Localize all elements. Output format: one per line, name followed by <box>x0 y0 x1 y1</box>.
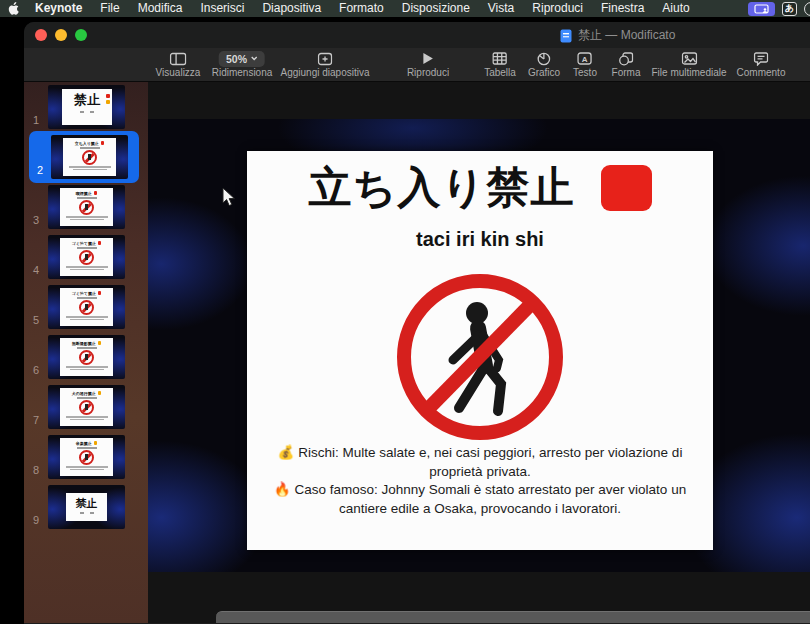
view-sidebar-icon <box>156 50 201 67</box>
menu-item-finestra[interactable]: Finestra <box>592 1 653 15</box>
slide-number: 1 <box>24 85 48 129</box>
slide-card[interactable]: 立ち入り禁止 taci iri kin shi <box>247 151 713 550</box>
slide-thumb-preview: 犬の通行禁止 <box>48 385 125 429</box>
comment-icon <box>737 50 786 67</box>
add-slide-icon <box>281 50 370 67</box>
toolbar-ridimensiona-button[interactable]: 50% Ridimensiona <box>212 50 273 78</box>
slide-thumbnail-6[interactable]: 6無断撮影禁止 <box>24 335 148 379</box>
slide-number: 2 <box>29 135 51 179</box>
slide-number: 6 <box>24 335 48 379</box>
document-title: 禁止 — Modificato <box>560 27 675 44</box>
toolbar-testo-button[interactable]: A Testo <box>573 50 597 78</box>
mouse-cursor <box>222 187 236 207</box>
toolbar-grafico-button[interactable]: Grafico <box>528 50 560 78</box>
toolbar: Visualizza 50% Ridimensiona Aggiungi dia… <box>24 48 810 82</box>
slide-thumbnail-1[interactable]: 1禁止 <box>24 85 148 129</box>
slide-number: 5 <box>24 285 48 329</box>
notes-divider[interactable] <box>216 611 810 623</box>
slide-thumbnail-list: 1禁止2立ち入り禁止3喫煙禁止4ゴミ捨て禁止5ゴミ捨て禁止6無断撮影禁止7犬の通… <box>24 82 148 529</box>
zoom-button[interactable] <box>75 29 87 41</box>
mini-prohibition-icon <box>79 450 94 465</box>
slide-navigator: 1禁止2立ち入り禁止3喫煙禁止4ゴミ捨て禁止5ゴミ捨て禁止6無断撮影禁止7犬の通… <box>24 82 148 623</box>
slide-thumbnail-9[interactable]: 9禁止 <box>24 485 148 529</box>
title-bar: 禁止 — Modificato <box>24 22 810 48</box>
slide-number: 7 <box>24 385 48 429</box>
document-title-text: 禁止 — Modificato <box>578 27 675 44</box>
red-square-shape[interactable] <box>601 165 652 211</box>
menu-item-formato[interactable]: Formato <box>330 1 393 15</box>
slide-number: 8 <box>24 435 48 479</box>
body-paragraph-case: 🔥 Caso famoso: Johnny Somali è stato arr… <box>254 481 706 518</box>
slide-thumb-preview: 無断撮影禁止 <box>48 335 125 379</box>
slide-thumb-preview: 喫煙禁止 <box>48 185 125 229</box>
shape-icon <box>612 50 641 67</box>
mini-prohibition-icon <box>79 300 94 315</box>
slide-title-row: 立ち入り禁止 <box>247 164 713 211</box>
screen-mirroring-icon[interactable] <box>748 2 775 16</box>
slide-thumb-preview: 禁止 <box>48 485 125 529</box>
toolbar-aggiungi-diapositiva-button[interactable]: Aggiungi diapositiva <box>281 50 370 78</box>
slide-body-text[interactable]: 💰 Rischi: Multe salate e, nei casi peggi… <box>247 444 713 518</box>
window-content: 1禁止2立ち入り禁止3喫煙禁止4ゴミ捨て禁止5ゴミ捨て禁止6無断撮影禁止7犬の通… <box>24 82 810 623</box>
zoom-level-value: 50% <box>226 53 247 65</box>
input-source-icon[interactable]: あ <box>782 2 797 16</box>
toolbar-riproduci-button[interactable]: Riproduci <box>407 50 449 78</box>
menu-item-aiuto[interactable]: Aiuto <box>653 1 698 15</box>
apple-menu-icon[interactable] <box>0 2 26 15</box>
mini-prohibition-icon <box>79 200 94 215</box>
slide-thumbnail-8[interactable]: 8音楽禁止 <box>24 435 148 479</box>
toolbar-commento-button[interactable]: Commento <box>737 50 786 78</box>
menu-item-vista[interactable]: Vista <box>479 1 523 15</box>
slide-thumbnail-3[interactable]: 3喫煙禁止 <box>24 185 148 229</box>
menu-bar: KeynoteFileModificaInserisciDiapositivaF… <box>0 0 810 17</box>
no-entry-pedestrian-icon[interactable] <box>395 272 565 442</box>
menu-item-disposizione[interactable]: Disposizione <box>393 1 479 15</box>
slide-number: 9 <box>24 485 48 529</box>
menu-items: KeynoteFileModificaInserisciDiapositivaF… <box>26 0 699 17</box>
slide-number: 3 <box>24 185 48 229</box>
slide-thumb-preview: ゴミ捨て禁止 <box>48 285 125 329</box>
play-icon <box>407 50 449 67</box>
canvas: 立ち入り禁止 taci iri kin shi <box>148 82 810 623</box>
slide-thumbnail-5[interactable]: 5ゴミ捨て禁止 <box>24 285 148 329</box>
chart-icon <box>528 50 560 67</box>
toolbar-tabella-button[interactable]: Tabella <box>484 50 516 78</box>
slide-thumb-preview: ゴミ捨て禁止 <box>48 235 125 279</box>
mini-prohibition-icon <box>79 250 94 265</box>
text-icon: A <box>573 50 597 67</box>
slide-editor[interactable]: 立ち入り禁止 taci iri kin shi <box>148 119 810 572</box>
svg-text:A: A <box>582 55 588 64</box>
table-icon <box>484 50 516 67</box>
document-icon <box>560 29 572 43</box>
status-circle-icon[interactable] <box>804 2 810 16</box>
zoom-level-dropdown[interactable]: 50% <box>219 51 265 67</box>
close-button[interactable] <box>35 29 47 41</box>
slide-thumbnail-4[interactable]: 4ゴミ捨て禁止 <box>24 235 148 279</box>
slide-title[interactable]: 立ち入り禁止 <box>308 164 574 211</box>
slide-number: 4 <box>24 235 48 279</box>
menu-item-diapositiva[interactable]: Diapositiva <box>253 1 330 15</box>
toolbar-forma-button[interactable]: Forma <box>612 50 641 78</box>
minimize-button[interactable] <box>55 29 67 41</box>
slide-thumb-preview: 音楽禁止 <box>48 435 125 479</box>
slide-thumbnail-2[interactable]: 2立ち入り禁止 <box>29 131 139 183</box>
slide-thumb-preview: 禁止 <box>48 85 125 129</box>
mini-prohibition-icon <box>79 350 94 365</box>
keynote-window: 禁止 — Modificato Visualizza 50% Ridimensi… <box>24 22 810 624</box>
toolbar-visualizza-button[interactable]: Visualizza <box>156 50 201 78</box>
menu-item-keynote[interactable]: Keynote <box>26 1 91 15</box>
menu-item-inserisci[interactable]: Inserisci <box>191 1 253 15</box>
window-controls <box>35 29 87 41</box>
mini-prohibition-icon <box>79 400 94 415</box>
slide-thumb-preview: 立ち入り禁止 <box>51 135 128 179</box>
slide-thumbnail-7[interactable]: 7犬の通行禁止 <box>24 385 148 429</box>
slide-subtitle[interactable]: taci iri kin shi <box>247 228 713 251</box>
body-paragraph-risks: 💰 Rischi: Multe salate e, nei casi peggi… <box>254 444 706 481</box>
chevron-down-icon <box>251 56 258 61</box>
media-icon <box>651 50 726 67</box>
menu-item-riproduci[interactable]: Riproduci <box>523 1 592 15</box>
menu-item-modifica[interactable]: Modifica <box>129 1 192 15</box>
toolbar-file-multimediale-button[interactable]: File multimediale <box>651 50 726 78</box>
menu-item-file[interactable]: File <box>91 1 128 15</box>
mini-prohibition-icon <box>82 150 97 165</box>
